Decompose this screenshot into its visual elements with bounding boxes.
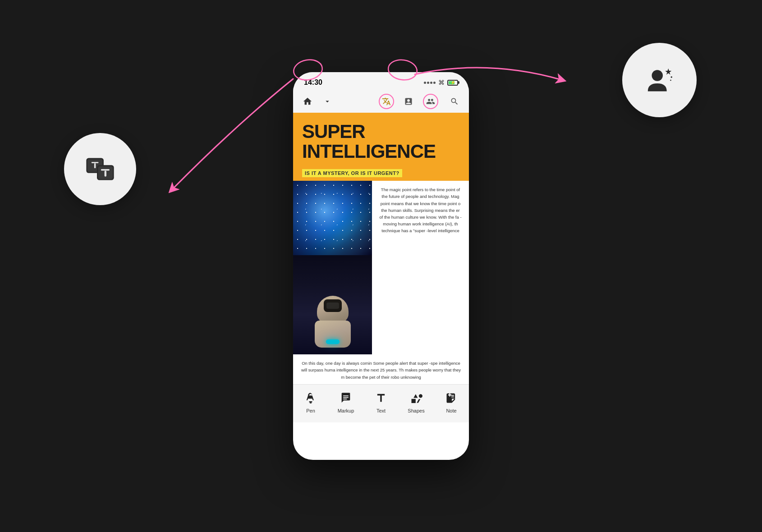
toolbar-text-button[interactable]: Text — [363, 390, 399, 413]
wifi-icon: ⌘ — [438, 79, 445, 86]
signal-dot-1 — [424, 82, 426, 84]
shapes-label: Shapes — [408, 408, 424, 413]
lightning-icon: ⚡ — [450, 80, 455, 85]
svg-rect-15 — [310, 402, 312, 403]
article-content: SUPERINTELLIGENCE IS IT A MYSTERY, OR IS… — [293, 113, 469, 384]
note-icon — [443, 390, 459, 406]
article-subtitle: IS IT A MYSTERY, OR IS IT URGENT? — [302, 169, 402, 177]
svg-point-12 — [670, 76, 672, 78]
shapes-icon — [408, 390, 424, 406]
status-time: 14:30 — [304, 78, 322, 87]
svg-point-10 — [652, 70, 663, 81]
signal-dot-4 — [433, 82, 436, 84]
translate-nav-button[interactable] — [379, 94, 394, 109]
svg-rect-8 — [101, 169, 110, 171]
scene: 14:30 ⌘ ⚡ — [0, 0, 762, 532]
text-icon — [373, 390, 389, 406]
nav-bar — [293, 90, 469, 113]
status-bar: 14:30 ⌘ ⚡ — [293, 72, 469, 90]
svg-marker-11 — [665, 68, 671, 74]
svg-rect-4 — [92, 162, 99, 163]
search-nav-button[interactable] — [447, 94, 462, 109]
signal-dots — [424, 82, 436, 84]
toolbar-pen-button[interactable]: Pen — [293, 390, 328, 413]
svg-rect-9 — [105, 171, 106, 177]
article-text-col-1: The magic point refers to the time point… — [372, 181, 469, 354]
toolbar-note-button[interactable]: Note — [434, 390, 469, 413]
ai-user-icon-large — [644, 64, 675, 96]
markup-icon — [338, 390, 354, 406]
phone-frame: 14:30 ⌘ ⚡ — [293, 72, 469, 460]
translate-icon-large — [84, 153, 116, 185]
note-label: Note — [446, 408, 456, 413]
svg-rect-14 — [309, 401, 312, 402]
toolbar-shapes-button[interactable]: Shapes — [399, 390, 434, 413]
markup-label: Markup — [338, 408, 354, 413]
signal-dot-2 — [427, 82, 429, 84]
robot-head — [317, 296, 349, 323]
annotation-circle-right — [622, 43, 697, 117]
nebula-image — [293, 181, 372, 255]
users-nav-button[interactable] — [423, 94, 438, 109]
robot-body — [312, 291, 353, 354]
pen-icon — [303, 390, 319, 406]
chevron-down-nav-button[interactable] — [320, 94, 335, 109]
nebula-stars — [293, 181, 372, 255]
home-nav-button[interactable] — [300, 94, 315, 109]
pen-label: Pen — [306, 408, 315, 413]
pages-nav-button[interactable] — [401, 94, 416, 109]
article-subtitle-bar: IS IT A MYSTERY, OR IS IT URGENT? — [293, 169, 469, 181]
bottom-toolbar: Pen Markup Text — [293, 384, 469, 422]
robot-image — [293, 255, 372, 354]
svg-rect-5 — [94, 163, 96, 168]
article-header: SUPERINTELLIGENCE — [293, 113, 469, 169]
signal-dot-3 — [430, 82, 432, 84]
article-title: SUPERINTELLIGENCE — [302, 122, 460, 161]
annotation-circle-left — [64, 133, 136, 205]
robot-chest — [315, 321, 351, 348]
toolbar-markup-button[interactable]: Markup — [328, 390, 363, 413]
article-body-text-1: The magic point refers to the time point… — [379, 186, 462, 234]
article-body-text-2: On this day, one day is always comin Som… — [293, 354, 469, 384]
article-image-col — [293, 181, 372, 354]
text-label: Text — [376, 408, 386, 413]
status-icons: ⌘ ⚡ — [424, 79, 458, 86]
svg-point-13 — [670, 79, 671, 81]
battery-icon: ⚡ — [447, 80, 458, 86]
article-body-1: The magic point refers to the time point… — [293, 181, 469, 354]
